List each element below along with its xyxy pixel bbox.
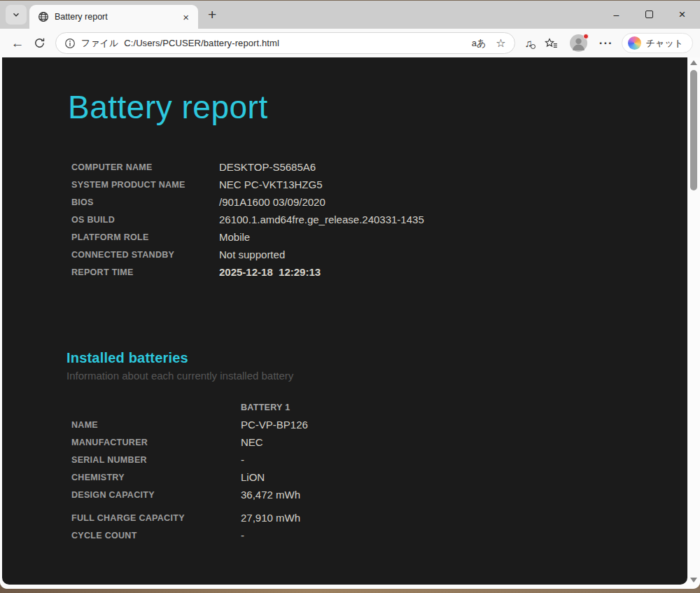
media-controls-icon[interactable]: ♫ (525, 37, 533, 49)
table-row: CONNECTED STANDBY Not supported (71, 246, 687, 263)
tab-title: Battery report (55, 12, 181, 22)
favorites-hub-button[interactable] (545, 38, 558, 49)
row-label: COMPUTER NAME (71, 162, 219, 172)
tab-search-button[interactable] (6, 5, 27, 25)
scrollbar-thumb[interactable] (690, 70, 697, 190)
favorites-star-list-icon (545, 38, 558, 49)
battery-report-page: Battery report COMPUTER NAME DESKTOP-S56… (2, 57, 687, 585)
copilot-chat-button[interactable]: チャット (622, 33, 693, 53)
row-label: BIOS (71, 197, 219, 207)
address-bar-actions: aあ ☆ (472, 37, 506, 50)
section-heading: Installed batteries (66, 350, 687, 366)
window-controls: – × (600, 1, 700, 29)
table-row: SYSTEM PRODUCT NAME NEC PC-VKT13HZG5 (71, 176, 687, 193)
row-label: DESIGN CAPACITY (71, 490, 241, 500)
row-value: NEC PC-VKT13HZG5 (219, 179, 323, 190)
scrollbar-track[interactable] (687, 67, 699, 575)
row-value: 2025-12-18 12:29:13 (219, 266, 321, 278)
copilot-label: チャット (646, 37, 683, 50)
table-header-row: BATTERY 1 (71, 398, 687, 416)
browser-window: Battery report × + – × ← ファイル C:/Users/P… (0, 0, 700, 589)
media-circle-badge (531, 44, 536, 49)
titlebar: Battery report × + – × (0, 1, 700, 29)
row-label: OS BUILD (71, 215, 219, 225)
table-row: CHEMISTRY LiON (71, 468, 687, 486)
row-value: 27,910 mWh (241, 512, 300, 524)
table-row: REPORT TIME 2025-12-18 12:29:13 (71, 263, 687, 281)
copilot-icon (628, 36, 641, 50)
row-label: NAME (71, 420, 241, 430)
scroll-up-arrow-icon[interactable] (690, 60, 697, 65)
row-value: /901A1600 03/09/2020 (219, 196, 326, 208)
row-value: 26100.1.amd64fre.ge_release.240331-1435 (219, 214, 424, 225)
table-row: NAME PC-VP-BP126 (71, 416, 687, 433)
row-label: FULL CHARGE CAPACITY (71, 513, 241, 523)
back-button[interactable]: ← (8, 36, 27, 51)
info-icon[interactable] (64, 38, 76, 49)
new-tab-button[interactable]: + (208, 7, 216, 22)
table-row: DESIGN CAPACITY 36,472 mWh (71, 486, 687, 503)
address-bar[interactable]: ファイル C:/Users/PCUSER/battery-report.html… (55, 32, 515, 54)
section-subtitle: Information about each currently install… (66, 370, 687, 382)
row-label: SYSTEM PRODUCT NAME (71, 180, 219, 190)
scrollbar[interactable] (687, 57, 699, 585)
row-label: CHEMISTRY (71, 473, 241, 482)
row-value: DESKTOP-S5685A6 (219, 161, 316, 173)
row-label: SERIAL NUMBER (71, 455, 241, 465)
refresh-button[interactable] (34, 37, 46, 49)
battery-info-table: BATTERY 1 NAME PC-VP-BP126 MANUFACTURER … (71, 398, 687, 544)
row-value: Not supported (219, 249, 285, 260)
notification-dot (583, 34, 589, 39)
tab-close-button[interactable]: × (181, 12, 191, 22)
toolbar-icons: ♫ ··· (525, 34, 613, 52)
row-label: CYCLE COUNT (71, 531, 241, 540)
toolbar: ← ファイル C:/Users/PCUSER/battery-report.ht… (0, 29, 700, 57)
row-value: 36,472 mWh (241, 489, 300, 501)
row-label: PLATFORM ROLE (71, 232, 219, 242)
globe-icon (38, 11, 49, 22)
content-area: Battery report COMPUTER NAME DESKTOP-S56… (0, 57, 700, 589)
table-row: OS BUILD 26100.1.amd64fre.ge_release.240… (71, 211, 687, 228)
minimize-button[interactable]: – (600, 9, 633, 20)
row-label: REPORT TIME (71, 267, 219, 277)
table-row: BIOS /901A1600 03/09/2020 (71, 193, 687, 211)
table-row: SERIAL NUMBER - (71, 451, 687, 468)
settings-menu-button[interactable]: ··· (599, 36, 613, 50)
row-value: - (241, 529, 244, 541)
row-label: CONNECTED STANDBY (71, 250, 219, 260)
close-button[interactable]: × (666, 8, 699, 22)
table-row: PLATFORM ROLE Mobile (71, 228, 687, 246)
table-row: FULL CHARGE CAPACITY 27,910 mWh (71, 509, 687, 526)
favorite-star-icon[interactable]: ☆ (496, 38, 505, 49)
row-value: Mobile (219, 231, 250, 243)
maximize-button[interactable] (633, 9, 666, 20)
url-scheme-label: ファイル (81, 37, 118, 50)
translate-icon[interactable]: aあ (472, 37, 486, 50)
row-label: MANUFACTURER (71, 438, 241, 447)
installed-batteries-section: Installed batteries Information about ea… (66, 350, 687, 382)
system-info-table: COMPUTER NAME DESKTOP-S5685A6 SYSTEM PRO… (71, 158, 687, 281)
chevron-down-icon (12, 11, 20, 19)
table-row: CYCLE COUNT - (71, 526, 687, 544)
row-value: LiON (241, 471, 265, 483)
row-value: - (241, 454, 244, 466)
refresh-icon (34, 37, 46, 49)
table-row: COMPUTER NAME DESKTOP-S5685A6 (71, 158, 687, 176)
url-text[interactable]: C:/Users/PCUSER/battery-report.html (124, 38, 279, 48)
maximize-icon (645, 11, 653, 18)
row-value: NEC (241, 436, 263, 448)
table-row: MANUFACTURER NEC (71, 433, 687, 451)
row-value: PC-VP-BP126 (241, 419, 308, 431)
scroll-down-arrow-icon[interactable] (690, 578, 697, 582)
tab-battery-report[interactable]: Battery report × (29, 5, 198, 29)
page-title: Battery report (68, 88, 687, 126)
profile-avatar[interactable] (570, 34, 587, 52)
battery-column-header: BATTERY 1 (241, 403, 290, 412)
